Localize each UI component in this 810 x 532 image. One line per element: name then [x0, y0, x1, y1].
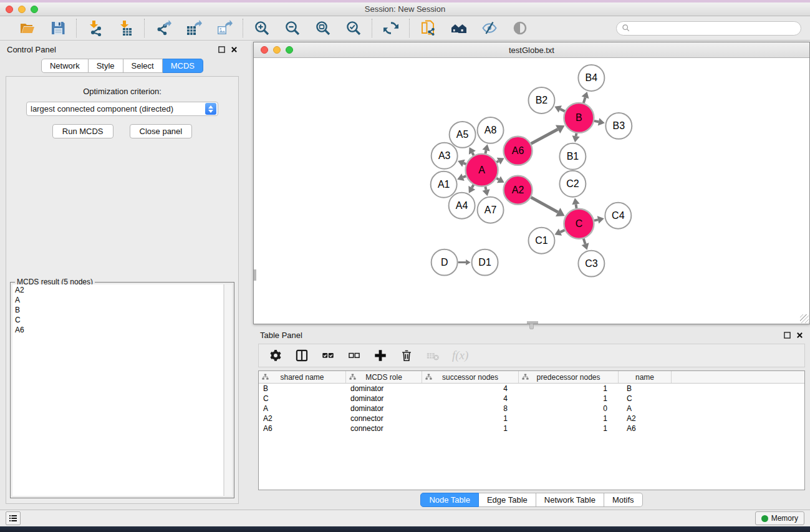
- zoom-out-icon[interactable]: [284, 20, 301, 37]
- graph-node-A[interactable]: A: [466, 154, 498, 186]
- mcds-result-list[interactable]: A2ABCA6: [12, 284, 224, 496]
- mcds-result-item[interactable]: A2: [15, 285, 223, 295]
- graph-node-C[interactable]: C: [564, 209, 594, 239]
- graph-node-C1[interactable]: C1: [528, 228, 554, 254]
- refresh-network-icon[interactable]: [382, 20, 399, 37]
- graph-node-A3[interactable]: A3: [432, 143, 458, 169]
- export-image-icon[interactable]: [216, 20, 233, 37]
- import-table-icon[interactable]: [117, 20, 134, 37]
- close-panel-button[interactable]: Close panel: [130, 124, 193, 138]
- graph-node-A5[interactable]: A5: [450, 122, 476, 148]
- canvas-hscroll-mark[interactable]: [527, 321, 538, 324]
- graph-node-B3[interactable]: B3: [605, 113, 632, 139]
- edge-A-A3[interactable]: [463, 163, 466, 165]
- mcds-result-item[interactable]: B: [15, 305, 223, 315]
- select-all-columns-icon[interactable]: [321, 349, 335, 362]
- graph-node-C4[interactable]: C4: [605, 203, 631, 229]
- edge-A-A6[interactable]: [496, 161, 498, 162]
- edge-C-C1[interactable]: [561, 230, 565, 232]
- graph-node-D[interactable]: D: [432, 249, 458, 276]
- tab-mcds[interactable]: MCDS: [163, 59, 203, 73]
- deselect-all-columns-icon[interactable]: [347, 349, 361, 362]
- window-resize-grip[interactable]: [800, 314, 809, 323]
- task-history-button[interactable]: [6, 511, 21, 525]
- show-all-icon[interactable]: [511, 20, 528, 37]
- graph-node-A7[interactable]: A7: [478, 197, 504, 223]
- graph-node-B4[interactable]: B4: [578, 65, 604, 91]
- tab-edge-table[interactable]: Edge Table: [479, 493, 536, 507]
- edge-A6-B[interactable]: [531, 129, 558, 143]
- column-header-shared-name[interactable]: shared name: [259, 371, 346, 383]
- edge-B-B1[interactable]: [576, 133, 577, 137]
- edge-A-A5[interactable]: [472, 153, 473, 155]
- duplicate-network-icon[interactable]: [420, 20, 436, 37]
- zoom-selected-icon[interactable]: [345, 20, 362, 37]
- edge-A2-C[interactable]: [531, 197, 558, 212]
- edge-A-A1[interactable]: [463, 176, 466, 177]
- tab-style[interactable]: Style: [89, 59, 123, 73]
- column-header-name[interactable]: name: [619, 371, 672, 383]
- tab-select[interactable]: Select: [123, 59, 163, 73]
- open-file-icon[interactable]: [19, 20, 36, 37]
- hide-selected-icon[interactable]: [481, 20, 498, 37]
- mcds-result-item[interactable]: A: [15, 295, 223, 305]
- graph-node-D1[interactable]: D1: [472, 249, 498, 276]
- column-header-successor-nodes[interactable]: successor nodes: [422, 371, 519, 383]
- search-input[interactable]: [633, 24, 796, 32]
- home-layout-icon[interactable]: [450, 20, 467, 37]
- graph-node-A2[interactable]: A2: [504, 176, 533, 205]
- export-network-icon[interactable]: [155, 20, 171, 37]
- graph-node-B[interactable]: B: [564, 103, 594, 133]
- edge-A-A7[interactable]: [485, 186, 486, 190]
- table-row-B[interactable]: Bdominator41B: [259, 384, 804, 394]
- mcds-result-item[interactable]: A6: [15, 325, 223, 335]
- add-column-icon[interactable]: [374, 349, 387, 362]
- edge-B-B4[interactable]: [584, 97, 586, 103]
- edge-C-C3[interactable]: [584, 239, 586, 244]
- run-mcds-button[interactable]: Run MCDS: [52, 124, 113, 138]
- close-table-panel-icon[interactable]: [796, 332, 803, 339]
- edge-C-C2[interactable]: [576, 204, 577, 208]
- edge-A-A4[interactable]: [472, 185, 474, 188]
- save-session-icon[interactable]: [49, 20, 66, 37]
- graph-node-A6[interactable]: A6: [504, 137, 533, 165]
- settings-gear-icon[interactable]: [269, 349, 282, 362]
- float-table-panel-icon[interactable]: [784, 332, 791, 339]
- memory-button[interactable]: Memory: [755, 511, 804, 525]
- graph-node-C3[interactable]: C3: [578, 251, 604, 277]
- criterion-dropdown[interactable]: largest connected component (directed): [26, 102, 218, 116]
- tab-node-table[interactable]: Node Table: [420, 493, 479, 507]
- close-panel-icon[interactable]: [231, 46, 238, 53]
- import-network-icon[interactable]: [87, 20, 104, 37]
- graph-node-B1[interactable]: B1: [559, 143, 586, 170]
- network-canvas[interactable]: B4B2BB3A8A5A6A3B1AC2A1A2A4A7C4CC1C3DD1: [254, 58, 809, 324]
- graph-node-A4[interactable]: A4: [449, 193, 475, 219]
- canvas-vscroll-mark[interactable]: [254, 269, 256, 281]
- edge-C-C4[interactable]: [594, 220, 598, 220]
- tab-network-table[interactable]: Network Table: [536, 493, 604, 507]
- graph-node-B2[interactable]: B2: [528, 87, 554, 114]
- delete-column-icon[interactable]: [400, 349, 413, 362]
- column-header-predecessor-nodes[interactable]: predecessor nodes: [519, 371, 619, 383]
- table-row-C[interactable]: Cdominator41C: [259, 394, 804, 404]
- graph-node-A1[interactable]: A1: [431, 172, 457, 198]
- graph-node-C2[interactable]: C2: [559, 171, 586, 197]
- edge-A-A2[interactable]: [496, 178, 499, 180]
- edge-A-A8[interactable]: [485, 150, 486, 153]
- zoom-in-icon[interactable]: [253, 20, 270, 37]
- tab-network[interactable]: Network: [41, 59, 89, 73]
- table-row-A6[interactable]: A6connector11A6: [259, 423, 804, 433]
- table-row-A[interactable]: Adominator80A: [259, 404, 804, 414]
- edge-B-B3[interactable]: [594, 121, 599, 122]
- tab-motifs[interactable]: Motifs: [604, 493, 643, 507]
- zoom-fit-icon[interactable]: [314, 20, 331, 37]
- float-panel-icon[interactable]: [218, 46, 225, 53]
- column-header-mcds-role[interactable]: MCDS role: [346, 371, 422, 383]
- table-row-A2[interactable]: A2connector11A2: [259, 414, 804, 423]
- mcds-result-item[interactable]: C: [15, 315, 223, 325]
- export-table-icon[interactable]: [185, 20, 202, 37]
- edge-B-B2[interactable]: [560, 109, 564, 111]
- search-box[interactable]: [616, 21, 801, 36]
- mcds-result-scrollbar[interactable]: [224, 284, 232, 496]
- column-layout-icon[interactable]: [295, 349, 309, 362]
